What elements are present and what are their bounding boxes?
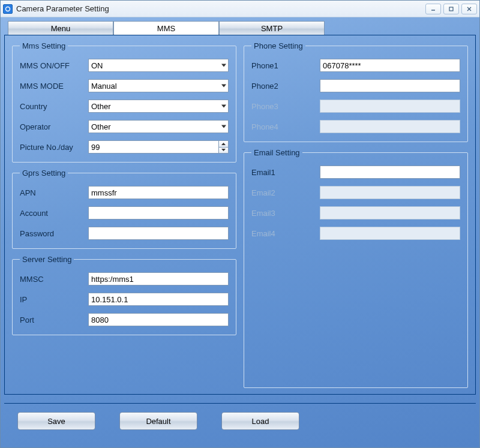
label-phone4: Phone4 [251,122,320,131]
tab-panel-mms: Mms Setting MMS ON/OFF ON MMS MODE [4,35,476,395]
app-icon [3,4,13,14]
group-phone-setting: Phone Setting Phone1 Phone2 Phone3 [244,41,468,142]
input-port[interactable] [88,313,229,326]
label-email4: Email4 [251,229,320,238]
label-picture-no: Picture No./day [20,143,88,152]
close-button[interactable] [461,4,477,14]
group-gprs-setting: Gprs Setting APN Account Password [12,169,236,249]
spinner-down-button[interactable] [218,147,229,154]
label-email3: Email3 [251,209,320,218]
input-ip[interactable] [88,293,229,306]
input-email2 [320,186,460,199]
input-email4 [320,227,460,240]
select-operator[interactable]: Other [88,120,229,133]
tab-strip: Menu MMS SMTP [8,21,476,35]
separator [4,403,476,404]
input-email1[interactable] [320,166,460,179]
group-server-setting: Server Setting MMSC IP Port [12,255,236,335]
label-phone1: Phone1 [251,61,320,70]
legend-email-setting: Email Setting [251,148,302,157]
input-apn[interactable] [88,186,229,199]
tab-smtp[interactable]: SMTP [219,21,325,35]
spinner-up-button[interactable] [218,140,229,147]
svg-rect-2 [449,7,453,11]
label-account: Account [20,209,88,218]
maximize-button[interactable] [443,4,459,14]
label-phone2: Phone2 [251,82,320,91]
group-email-setting: Email Setting Email1 Email2 Email3 [244,148,468,388]
input-phone4 [320,120,460,133]
select-mms-onoff[interactable]: ON [88,59,229,72]
label-apn: APN [20,188,88,197]
group-mms-setting: Mms Setting MMS ON/OFF ON MMS MODE [12,41,236,163]
legend-mms-setting: Mms Setting [20,41,68,50]
label-country: Country [20,102,88,111]
input-mmsc[interactable] [88,272,229,285]
svg-marker-5 [221,143,226,145]
tab-mms[interactable]: MMS [113,21,219,35]
select-mms-mode[interactable]: Manual [88,79,229,92]
label-phone3: Phone3 [251,102,320,111]
app-window: Camera Parameter Setting Menu MMS SMTP M… [0,0,480,448]
default-button[interactable]: Default [119,412,197,430]
input-email3 [320,206,460,220]
input-picture-no[interactable] [88,140,218,154]
label-mms-onoff: MMS ON/OFF [20,61,88,70]
svg-marker-6 [221,149,226,151]
footer-buttons: Save Default Load [4,410,476,430]
label-mmsc: MMSC [20,275,88,284]
input-phone1[interactable] [320,59,460,72]
minimize-button[interactable] [425,4,441,14]
label-operator: Operator [20,122,88,131]
label-ip: IP [20,295,88,304]
client-area: Menu MMS SMTP Mms Setting MMS ON/OFF ON [1,17,479,447]
save-button[interactable]: Save [17,412,95,430]
label-email2: Email2 [251,188,320,197]
load-button[interactable]: Load [221,412,299,430]
tab-menu[interactable]: Menu [8,21,113,35]
legend-phone-setting: Phone Setting [251,41,305,50]
select-country[interactable]: Other [88,100,229,113]
legend-gprs-setting: Gprs Setting [20,169,68,178]
label-email1: Email1 [251,168,320,177]
label-password: Password [20,229,88,238]
input-phone3 [320,100,460,113]
legend-server-setting: Server Setting [20,255,74,264]
svg-point-0 [6,7,10,11]
input-password[interactable] [88,227,229,240]
input-account[interactable] [88,206,229,220]
label-port: Port [20,315,88,324]
window-title: Camera Parameter Setting [16,4,425,13]
label-mms-mode: MMS MODE [20,82,88,91]
titlebar: Camera Parameter Setting [1,1,479,17]
input-phone2[interactable] [320,79,460,92]
